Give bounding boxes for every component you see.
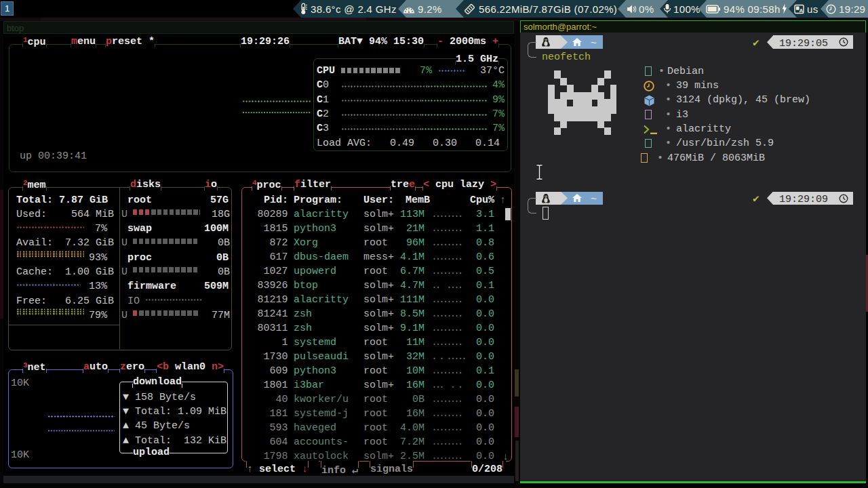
svg-text:A: A: [800, 7, 804, 14]
